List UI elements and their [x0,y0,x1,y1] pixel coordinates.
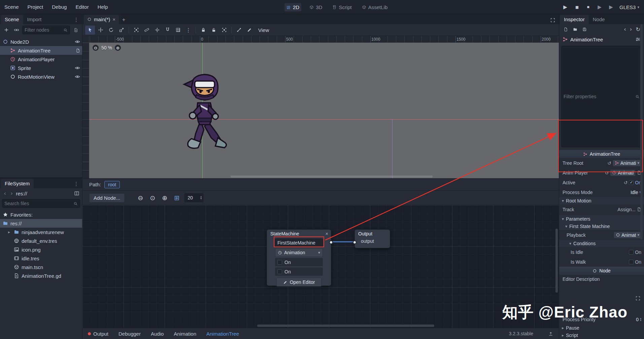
inspector-scrollbar[interactable] [640,24,643,239]
tree-root-resource[interactable]: Animati ▾ [613,160,641,166]
play-custom-scene-button[interactable]: ▶ [606,2,616,12]
move-tool-button[interactable] [96,26,105,35]
tab-import[interactable]: Import [23,15,46,24]
attach-script-button[interactable] [71,26,80,34]
stop-button[interactable]: ■ [583,2,593,12]
visibility-eye-icon[interactable] [75,65,80,71]
fs-row-ninjaadventurenew[interactable]: ▸ ninjaadventurenew [0,228,82,236]
panel-animation[interactable]: Animation [174,331,196,337]
fs-row-icon-png[interactable]: icon.png [0,245,82,254]
lock-button[interactable] [198,26,208,35]
menu-editor[interactable]: Editor [71,2,93,12]
animation-dropdown[interactable]: Animation ▾ [275,248,323,257]
fs-row-favorites[interactable]: Favorites: [0,210,82,219]
process-mode-dropdown[interactable]: Idle ▾ [631,190,641,195]
search-files-input[interactable] [4,201,73,206]
menu-debug[interactable]: Debug [47,2,71,12]
revert-icon[interactable]: ↺ [605,170,609,176]
category-animationtree[interactable]: AnimationTree [559,150,644,158]
snap-step-input[interactable] [188,195,198,200]
view-menu[interactable]: View [255,26,272,34]
history-back-icon[interactable]: ‹ [622,26,628,32]
instance-scene-button[interactable] [12,26,21,34]
skeleton-options-button[interactable] [234,26,244,35]
filter-properties-input[interactable] [564,94,635,99]
visibility-eye-icon[interactable] [75,74,80,79]
graphnode-title-bar[interactable]: Output [355,230,390,238]
path-root-button[interactable]: root [104,181,120,188]
fs-row-main-tscn[interactable]: main.tscn [0,263,82,271]
fs-row-res[interactable]: res:// [0,219,82,228]
process-priority-spinbox[interactable]: 0 ▴ ▾ [636,317,641,322]
switch-3d[interactable]: 3D [307,3,324,11]
select-tool-button[interactable] [85,26,95,35]
graphnode-statemachine[interactable]: StateMachine × Animation ▾ On [267,229,331,286]
tree-row-sprite[interactable]: Sprite [0,64,82,72]
switch-assetlib[interactable]: AssetLib [360,3,390,11]
group-button[interactable] [219,26,229,35]
graph-horizontal-scrollbar[interactable] [257,325,434,327]
tree-row-animationtree[interactable]: AnimationTree [0,46,82,55]
canvas-horizontal-scrollbar[interactable] [231,176,433,178]
ninja-sprite[interactable] [179,72,229,158]
switch-script[interactable]: Script [330,3,353,11]
revert-icon[interactable]: ↺ [624,180,628,185]
scale-tool-button[interactable] [116,26,126,35]
stepper-icons[interactable]: ▴ ▾ [200,196,202,200]
category-node[interactable]: Node [559,267,644,275]
expander-icon[interactable]: ▸ [8,230,11,234]
tab-node[interactable]: Node [589,15,609,24]
section-root-motion[interactable]: ▾ Root Motion [559,197,644,204]
panel-debugger[interactable]: Debugger [118,331,141,337]
fs-row-default-env[interactable]: default_env.tres [0,236,82,245]
snap-toggle-icon[interactable]: ⊞ [172,194,181,202]
pivot-tool-button[interactable] [152,26,162,35]
snap-options-icon[interactable]: ⋮ [183,26,193,35]
graph-zoom-out-icon[interactable]: ⊖ [136,194,145,202]
fs-row-idle-tres[interactable]: idle.tres [0,254,82,263]
node-config-icon[interactable] [76,48,80,53]
ruler-tool-button[interactable] [142,26,151,35]
panel-animationtree[interactable]: AnimationTree [206,331,239,337]
checkbox-checked-icon[interactable]: ✓ [629,180,634,185]
add-node-button[interactable] [2,26,11,34]
canvas-viewport[interactable]: -500 0 500 1000 1500 2000 [82,36,559,178]
save-resource-button[interactable] [580,25,589,34]
group-script[interactable]: ▸ Script [559,332,644,339]
menu-scene[interactable]: Scene [0,2,23,12]
list-select-button[interactable] [131,26,141,35]
pause-button[interactable]: ▮▮ [572,2,582,12]
blend-tree-graph[interactable]: StateMachine × Animation ▾ On [82,205,559,328]
extra-options-icon[interactable] [635,37,641,42]
load-resource-button[interactable] [571,25,579,34]
dock-menu-icon[interactable]: ⋮ [70,15,82,24]
smart-snap-button[interactable] [163,26,172,35]
zoom-in-button[interactable]: ⊕ [115,45,121,51]
spin-down-icon[interactable]: ▾ [200,198,202,200]
zoom-level[interactable]: 50 % [101,45,112,50]
dock-menu-icon[interactable]: ⋮ [70,180,82,188]
revert-icon[interactable]: ↺ [607,160,611,166]
graph-zoom-in-icon[interactable]: ⊕ [160,194,169,202]
track-assign-button[interactable]: Assign... [617,207,641,212]
section-first-state-machine[interactable]: ▾ First State Machine [559,223,644,230]
zoom-out-button[interactable]: ⊖ [93,45,99,51]
condition-checkbox-b[interactable]: On [275,267,323,276]
tree-row-animationplayer[interactable]: AnimationPlayer [0,55,82,64]
graph-vertical-scrollbar[interactable] [555,229,558,293]
playback-resource[interactable]: Animat ▾ [614,232,641,238]
tab-inspector[interactable]: Inspector [560,15,589,24]
expand-panel-icon[interactable] [548,331,553,336]
input-slot[interactable] [353,240,357,244]
scene-tab-main[interactable]: main(*) × [84,15,119,24]
anim-player-resource[interactable]: Animati [610,170,636,176]
panel-output[interactable]: Output [88,331,108,337]
nav-back-icon[interactable]: ‹ [3,190,7,197]
state-machine-name-input[interactable] [275,238,323,247]
close-icon[interactable]: × [112,16,115,22]
tree-row-rootmotionview[interactable]: RootMotionView [0,72,82,81]
tree-row-node2d[interactable]: Node2D [0,37,82,46]
canvas[interactable]: ⊖ 50 % ⊕ [89,43,559,178]
rotate-tool-button[interactable] [106,26,116,35]
play-scene-button[interactable]: ▶ [595,2,605,12]
